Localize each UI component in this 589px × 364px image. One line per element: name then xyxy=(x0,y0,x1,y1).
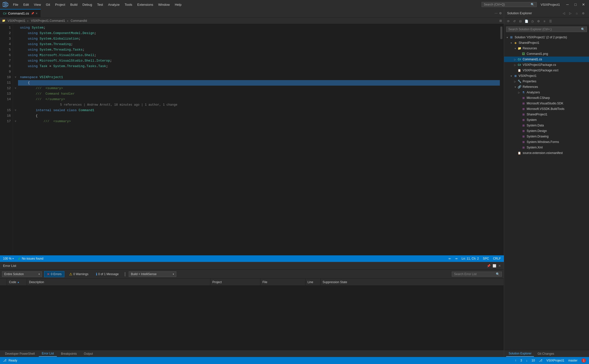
menu-help[interactable]: Help xyxy=(173,2,184,8)
expand-vsixpackage[interactable]: ▷ xyxy=(513,64,517,66)
nav-icon-right[interactable]: ⇒ xyxy=(455,257,458,260)
tree-properties[interactable]: ▷ 🔧 Properties xyxy=(504,79,589,84)
maximize-button[interactable]: □ xyxy=(572,1,579,8)
scope-dropdown[interactable]: Entire Solution ▾ xyxy=(2,271,42,277)
tree-ref-systemwinforms[interactable]: ⊞ System.Windows.Forms xyxy=(504,139,589,145)
panel-float-icon[interactable]: ⬜ xyxy=(493,264,496,268)
error-search-box[interactable]: Search Error List 🔍 xyxy=(452,272,502,277)
errors-button[interactable]: ✕ 0 Errors xyxy=(44,271,64,277)
project-name[interactable]: VSIXProject1 xyxy=(546,359,564,362)
menu-extensions[interactable]: Extensions xyxy=(135,2,155,8)
col-desc-header[interactable]: Description xyxy=(27,279,210,285)
tree-references[interactable]: ▾ 🔗 References xyxy=(504,84,589,90)
se-tool-pending[interactable]: ◷ xyxy=(530,19,535,24)
tree-command1-cs[interactable]: ▷ C# Command1.cs xyxy=(504,57,589,62)
se-tool-refresh[interactable]: ↺ xyxy=(512,19,517,24)
expand-solution[interactable]: ▾ xyxy=(505,36,509,39)
tree-analyzers[interactable]: ▷ ⚗ Analyzers xyxy=(504,90,589,95)
filter-dropdown[interactable]: Build + IntelliSense ▾ xyxy=(129,271,176,277)
tree-ref-systemdata[interactable]: ⊞ System.Data xyxy=(504,123,589,128)
menu-debug[interactable]: Debug xyxy=(80,2,94,8)
tree-command1-png[interactable]: 🖼 Command1.png xyxy=(504,51,589,57)
menu-edit[interactable]: Edit xyxy=(21,2,31,8)
tree-solution[interactable]: ▾ ⊞ Solution 'VSIXProject1' (2 of 2 proj… xyxy=(504,35,589,40)
se-back-button[interactable]: ◁ xyxy=(561,11,566,16)
tree-ref-systemxml[interactable]: ⊞ System.Xml xyxy=(504,145,589,150)
tree-sharedproject1[interactable]: ▾ ◈ SharedProject1 xyxy=(504,40,589,46)
se-tool-mode[interactable]: ☰ xyxy=(548,19,553,24)
tree-ref-msvssdk[interactable]: ⊞ Microsoft.VisualStudio.SDK xyxy=(504,101,589,106)
tree-ref-shared[interactable]: ⊞ SharedProject1 xyxy=(504,112,589,117)
col-project-header[interactable]: Project xyxy=(210,279,260,285)
zoom-level[interactable]: 100 % ▾ xyxy=(3,257,14,260)
se-home-button[interactable]: ⌂ xyxy=(574,11,579,16)
panel-close-icon[interactable]: ✕ xyxy=(498,264,501,268)
tab-settings-icon[interactable]: ⚙ xyxy=(499,12,502,15)
tab-close-button[interactable]: ✕ xyxy=(36,12,38,15)
col-suppress-header[interactable]: Suppression State xyxy=(321,279,504,285)
col-file-header[interactable]: File xyxy=(260,279,306,285)
tree-vsixpackage-cs[interactable]: ▷ C# VSIXProject1Package.cs xyxy=(504,62,589,68)
breadcrumb-more-icon[interactable]: ⊞ xyxy=(499,19,502,23)
se-search-box[interactable]: Search Solution Explorer (Ctrl+;) 🔍 xyxy=(506,27,587,32)
menu-window[interactable]: Window xyxy=(156,2,172,8)
se-tool-properties[interactable]: ⚙ xyxy=(536,19,541,24)
se-more-icon[interactable]: ⊛ xyxy=(580,11,586,16)
tab-overflow-icon[interactable]: ⋯ xyxy=(495,12,498,15)
nav-icon-left[interactable]: ⇐ xyxy=(449,257,451,260)
expand-sharedproject1[interactable]: ▾ xyxy=(509,42,513,44)
menu-tools[interactable]: Tools xyxy=(123,2,134,8)
tab-command1-cs[interactable]: C# Command1.cs 📌 ✕ xyxy=(0,9,41,18)
tab-output[interactable]: Output xyxy=(81,351,96,356)
breadcrumb-project[interactable]: VSIXProject1 xyxy=(8,19,25,23)
menu-git[interactable]: Git xyxy=(44,2,52,8)
tab-breakpoints[interactable]: Breakpoints xyxy=(58,351,80,356)
branch-name[interactable]: master xyxy=(568,359,577,362)
tree-ref-system[interactable]: ⊞ System xyxy=(504,117,589,123)
se-tab-solution-explorer[interactable]: Solution Explorer xyxy=(506,351,534,357)
menu-test[interactable]: Test xyxy=(95,2,105,8)
tree-ref-systemdrawing[interactable]: ⊞ System.Drawing xyxy=(504,134,589,139)
warnings-button[interactable]: ⚠ 0 Warnings xyxy=(66,271,91,277)
tree-vsixproject1[interactable]: ▾ ⊠ VSIXProject1 xyxy=(504,73,589,79)
menu-analyze[interactable]: Analyze xyxy=(106,2,121,8)
tree-resources-folder[interactable]: ▾ 📁 Resources xyxy=(504,46,589,51)
editor-scrollbar[interactable] xyxy=(500,24,504,255)
se-tree[interactable]: ▾ ⊞ Solution 'VSIXProject1' (2 of 2 proj… xyxy=(504,34,589,350)
tree-vsct[interactable]: 📋 VSIXProject1Package.vsct xyxy=(504,68,589,73)
tree-ref-systemdesign[interactable]: ⊞ System.Design xyxy=(504,128,589,134)
breadcrumb-symbol[interactable]: CommandId xyxy=(71,19,87,23)
global-search[interactable]: Search (Ctrl+Q) 🔍 xyxy=(482,2,537,7)
menu-view[interactable]: View xyxy=(32,2,43,8)
expand-references[interactable]: ▾ xyxy=(513,86,517,88)
expand-analyzers[interactable]: ▷ xyxy=(517,91,521,94)
se-forward-button[interactable]: ▷ xyxy=(567,11,573,16)
expand-properties[interactable]: ▷ xyxy=(513,80,517,83)
tree-ref-mscsharp[interactable]: ⊞ Microsoft.CSharp xyxy=(504,95,589,101)
se-tool-showfiles[interactable]: 📄 xyxy=(524,19,529,24)
menu-file[interactable]: File xyxy=(11,2,20,8)
expand-vsixproject1[interactable]: ▾ xyxy=(509,75,513,77)
minimize-button[interactable]: ─ xyxy=(564,1,571,8)
se-tab-git-changes[interactable]: Git Changes xyxy=(535,351,557,356)
se-tool-sync[interactable]: ⟳ xyxy=(506,19,511,24)
tab-error-list[interactable]: Error List xyxy=(39,351,57,357)
code-content[interactable]: using System; using System.ComponentMode… xyxy=(18,24,500,255)
line-ending-indicator[interactable]: CRLF xyxy=(493,257,501,260)
se-tool-collapse[interactable]: ⊟ xyxy=(518,19,523,24)
col-code-header[interactable]: Code ▲ xyxy=(7,279,27,285)
menu-build[interactable]: Build xyxy=(68,2,79,8)
messages-button[interactable]: ℹ 0 of 1 Message xyxy=(93,271,121,277)
breadcrumb-namespace[interactable]: VSIXProject1.Command1 xyxy=(31,19,65,23)
expand-command1-cs[interactable]: ▷ xyxy=(513,58,517,61)
close-button[interactable]: ✕ xyxy=(580,1,587,8)
col-line-header[interactable]: Line xyxy=(306,279,321,285)
expand-resources[interactable]: ▾ xyxy=(513,47,517,50)
encoding-indicator[interactable]: SPC xyxy=(483,257,489,260)
tab-developer-powershell[interactable]: Developer PowerShell xyxy=(2,351,38,356)
menu-project[interactable]: Project xyxy=(53,2,67,8)
tree-vsixmanifest[interactable]: 📋 source.extension.vsixmanifest xyxy=(504,150,589,156)
tree-ref-vssdk-build[interactable]: ⊞ Microsoft.VSSDK.BuildTools xyxy=(504,106,589,112)
code-editor[interactable]: 1 2 3 4 5 6 7 8 9 10 11 12 13 14 15 16 xyxy=(0,24,504,255)
panel-pin-icon[interactable]: 📌 xyxy=(487,264,491,268)
